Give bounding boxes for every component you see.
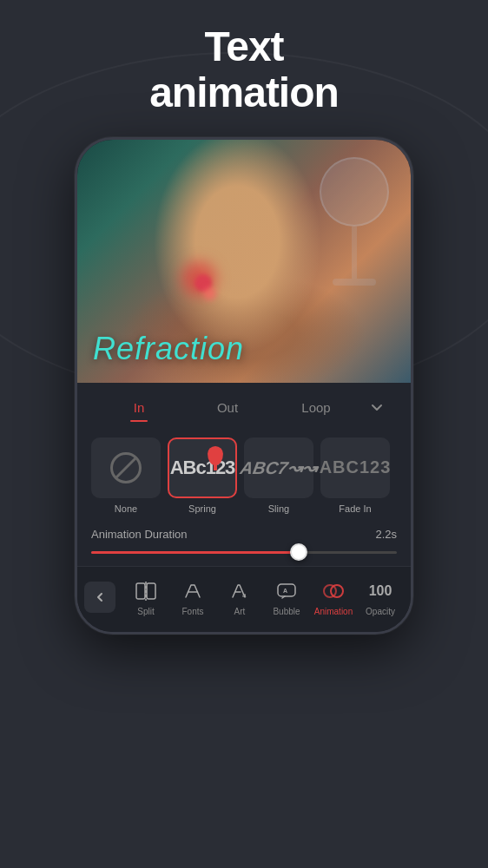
anim-card-fadein[interactable]: ABC123 Fade In: [320, 437, 390, 514]
sling-text-icon: ABC7↝↝: [239, 457, 320, 478]
title-line2: animation: [149, 69, 339, 115]
opacity-value: 100: [369, 583, 392, 599]
anim-card-none[interactable]: None: [91, 437, 161, 514]
anim-card-sling-box[interactable]: ABC7↝↝: [244, 437, 313, 498]
svg-text:a: a: [242, 591, 247, 599]
toolbar-chevron-button[interactable]: [84, 582, 115, 613]
tab-loop[interactable]: Loop: [272, 395, 360, 420]
toolbar-item-fonts[interactable]: Fonts: [169, 575, 216, 620]
title-line1: Text: [204, 23, 283, 69]
anim-card-sling[interactable]: ABC7↝↝ Sling: [244, 437, 313, 514]
anim-card-spring[interactable]: ABc123 Spring: [168, 437, 237, 514]
toolbar-item-animation[interactable]: Animation: [310, 575, 357, 620]
toolbar-split-label: Split: [137, 607, 154, 616]
phone-mockup: Refraction In Out Loop None: [75, 137, 413, 635]
anim-card-sling-label: Sling: [268, 503, 289, 514]
header-title: Text animation: [149, 24, 339, 116]
anim-card-fadein-label: Fade In: [339, 503, 371, 514]
fadein-text-icon: ABC123: [320, 457, 392, 477]
svg-text:A: A: [283, 588, 287, 594]
toolbar-item-opacity[interactable]: 100 Opacity: [357, 575, 404, 620]
opacity-icon: 100: [368, 579, 392, 603]
animation-tabs: In Out Loop: [77, 383, 411, 427]
anim-card-none-label: None: [115, 503, 137, 514]
bubble-icon: A: [274, 579, 299, 603]
overlay-text: Refraction: [93, 331, 244, 367]
toolbar-bubble-label: Bubble: [273, 607, 300, 616]
tabs-more-button[interactable]: [360, 396, 393, 418]
bottom-toolbar: Split Fonts a: [77, 566, 411, 632]
duration-label: Animation Duration: [91, 528, 188, 541]
duration-slider-fill: [91, 551, 299, 554]
toolbar-art-label: Art: [234, 607, 246, 616]
tab-in[interactable]: In: [95, 395, 183, 420]
svg-rect-1: [147, 583, 155, 599]
toolbar-animation-label: Animation: [314, 607, 353, 616]
duration-row: Animation Duration 2.2s: [77, 517, 411, 546]
anim-card-spring-box[interactable]: ABc123: [168, 437, 237, 498]
svg-rect-0: [136, 583, 145, 599]
duration-value: 2.2s: [375, 528, 397, 541]
spring-text-icon: ABc123: [170, 457, 235, 479]
video-preview: Refraction: [77, 140, 411, 383]
art-icon: a: [228, 579, 252, 603]
tab-out[interactable]: Out: [183, 395, 272, 420]
toolbar-fonts-label: Fonts: [181, 607, 203, 616]
toolbar-opacity-label: Opacity: [366, 607, 395, 616]
anim-card-none-box[interactable]: [91, 437, 161, 498]
anim-card-spring-label: Spring: [188, 503, 216, 514]
fonts-icon: [181, 579, 205, 603]
duration-slider-track[interactable]: [91, 551, 397, 554]
animation-cards-row: None ABc123 Spring ABC7↝↝ Sling ABC: [77, 427, 411, 517]
none-icon: [110, 452, 142, 483]
toolbar-item-bubble[interactable]: A Bubble: [263, 575, 310, 620]
toolbar-item-split[interactable]: Split: [122, 575, 169, 620]
glass-decoration: [315, 157, 393, 313]
duration-slider-thumb[interactable]: [290, 543, 307, 561]
split-icon: [134, 579, 158, 603]
duration-slider-row: [77, 546, 411, 566]
anim-card-fadein-box[interactable]: ABC123: [320, 437, 390, 498]
animation-icon: [321, 579, 346, 603]
toolbar-item-art[interactable]: a Art: [216, 575, 263, 620]
